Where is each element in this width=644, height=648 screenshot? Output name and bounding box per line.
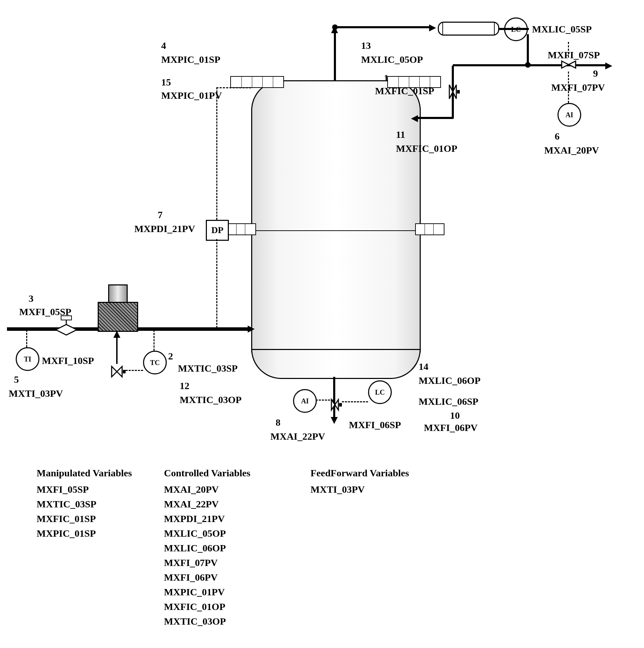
label-13-num: 13 xyxy=(361,40,371,51)
label-mxlic05sp: MXLIC_05SP xyxy=(532,24,592,35)
ti-signal xyxy=(26,330,27,347)
legend-manipulated: Manipulated Variables MXFI_05SP MXTIC_03… xyxy=(37,468,132,541)
pid-diagram: TI TC DP LC AI xyxy=(7,7,644,648)
feed-arrow xyxy=(248,326,255,333)
label-4-name: MXPIC_01SP xyxy=(161,54,220,65)
ai-bottom-instrument: AI xyxy=(293,389,317,413)
reflux-valve xyxy=(446,83,460,100)
label-mxfi10sp: MXFI_10SP xyxy=(42,355,94,366)
label-6-num: 6 xyxy=(555,131,560,142)
tc-signal-v xyxy=(153,330,155,351)
reflux-line-h2 xyxy=(417,117,454,119)
label-2-name: MXTIC_03SP xyxy=(178,363,238,374)
label-4-num: 4 xyxy=(161,40,166,51)
label-10-name: MXFI_06PV xyxy=(424,422,478,433)
label-11-name: MXFIC_01OP xyxy=(396,143,457,154)
dp-signal-top xyxy=(216,87,251,88)
label-7-num: 7 xyxy=(158,209,163,221)
condenser xyxy=(438,22,499,36)
lc-bottom-instrument: LC xyxy=(368,380,392,404)
vessel-bottom-dome xyxy=(251,349,421,379)
label-10-num: 10 xyxy=(450,410,460,421)
dp-signal-down xyxy=(216,239,217,328)
label-9-num: 9 xyxy=(593,68,598,79)
label-15-num: 15 xyxy=(161,77,171,88)
ti-instrument: TI xyxy=(16,347,39,371)
vessel-body xyxy=(251,108,421,352)
feed-valve xyxy=(54,314,78,338)
ai-bottom-signal xyxy=(316,400,333,401)
label-6-name: MXAI_20PV xyxy=(544,145,599,156)
dp-instrument: DP xyxy=(206,220,229,241)
label-8-num: 8 xyxy=(276,417,280,428)
condenser-out-h xyxy=(498,28,529,30)
reflux-arrow xyxy=(411,115,418,122)
overhead-arrow-right xyxy=(429,24,436,31)
label-3-num: 3 xyxy=(29,293,33,304)
label-8-name: MXAI_22PV xyxy=(270,431,325,442)
tray-top-left xyxy=(230,76,284,88)
label-14-name: MXLIC_06OP xyxy=(419,375,480,386)
svg-rect-4 xyxy=(339,403,342,407)
tc-instrument: TC xyxy=(143,351,167,374)
label-7-name: MXPDI_21PV xyxy=(134,223,195,234)
label-1-num: 1 xyxy=(384,73,389,84)
label-1-name: MXFIC_01SP xyxy=(375,85,434,97)
furnace xyxy=(98,284,136,330)
label-11-num: 11 xyxy=(396,129,405,140)
label-5-name: MXTI_03PV xyxy=(9,388,63,399)
dp-signal-up xyxy=(216,87,217,220)
legend-controlled: Controlled Variables MXAI_20PV MXAI_22PV… xyxy=(164,468,250,629)
condenser-out-v xyxy=(527,34,529,66)
reflux-line-h1 xyxy=(453,64,528,66)
label-13-name: MXLIC_05OP xyxy=(361,54,423,65)
label-mxfi07sp: MXFI_07SP xyxy=(548,50,600,61)
fuel-arrow xyxy=(113,331,120,338)
label-mxlic06sp: MXLIC_06SP xyxy=(419,396,478,407)
bottom-arrow xyxy=(331,417,338,424)
overhead-line-h xyxy=(337,26,433,28)
label-2-num: 2 xyxy=(168,351,173,362)
label-5-num: 5 xyxy=(14,374,19,385)
fuel-valve xyxy=(108,363,126,380)
label-12-num: 12 xyxy=(180,380,189,392)
tray-mid-right xyxy=(415,223,444,235)
product-arrow xyxy=(605,62,612,69)
svg-rect-3 xyxy=(457,90,460,94)
svg-rect-2 xyxy=(123,370,126,373)
label-9-name: MXFI_07PV xyxy=(551,82,605,93)
label-15-name: MXPIC_01PV xyxy=(161,90,222,101)
label-3-name: MXFI_05SP xyxy=(19,306,71,318)
overhead-line-v xyxy=(334,28,336,80)
legend-feedforward: FeedForward Variables MXTI_03PV xyxy=(310,468,409,497)
ai-top-instrument: AI xyxy=(557,103,581,127)
label-12-name: MXTIC_03OP xyxy=(180,394,241,405)
tc-signal-h xyxy=(126,370,143,371)
label-14-num: 14 xyxy=(419,361,428,372)
lc-bottom-signal xyxy=(342,401,368,402)
label-mxfi06sp: MXFI_06SP xyxy=(349,419,401,431)
tray-mid-left xyxy=(227,223,256,235)
